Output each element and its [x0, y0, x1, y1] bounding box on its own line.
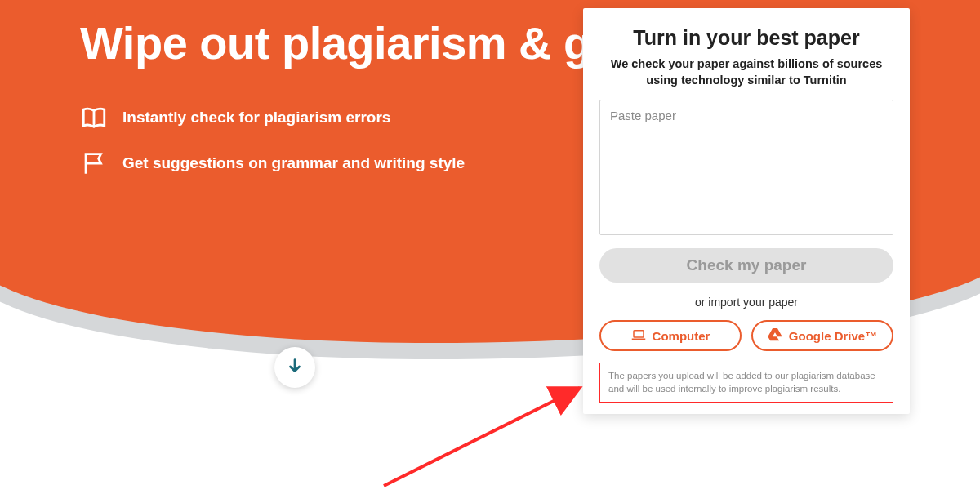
- google-drive-icon: [768, 328, 782, 344]
- card-title: Turn in your best paper: [599, 26, 893, 50]
- import-drive-label: Google Drive™: [789, 329, 877, 343]
- import-computer-label: Computer: [653, 329, 710, 343]
- or-import-label: or import your paper: [599, 296, 893, 309]
- svg-line-1: [384, 388, 580, 486]
- bullet-text: Instantly check for plagiarism errors: [122, 109, 390, 127]
- laptop-icon: [631, 328, 646, 344]
- upload-disclaimer: The papers you upload will be added to o…: [599, 363, 893, 403]
- import-computer-button[interactable]: Computer: [599, 320, 742, 351]
- bullet-text: Get suggestions on grammar and writing s…: [122, 154, 465, 172]
- flag-icon: [80, 149, 108, 177]
- svg-rect-0: [634, 330, 644, 336]
- arrow-down-icon: [286, 357, 304, 378]
- book-open-icon: [80, 104, 108, 131]
- check-paper-button[interactable]: Check my paper: [599, 248, 893, 283]
- paste-paper-input[interactable]: [599, 100, 893, 235]
- card-subtitle: We check your paper against billions of …: [599, 56, 893, 88]
- import-buttons: Computer Google Drive™: [599, 320, 893, 351]
- scroll-down-button[interactable]: [274, 347, 315, 388]
- annotation-arrow-icon: [376, 380, 596, 494]
- import-google-drive-button[interactable]: Google Drive™: [751, 320, 893, 351]
- paper-check-card: Turn in your best paper We check your pa…: [583, 8, 910, 414]
